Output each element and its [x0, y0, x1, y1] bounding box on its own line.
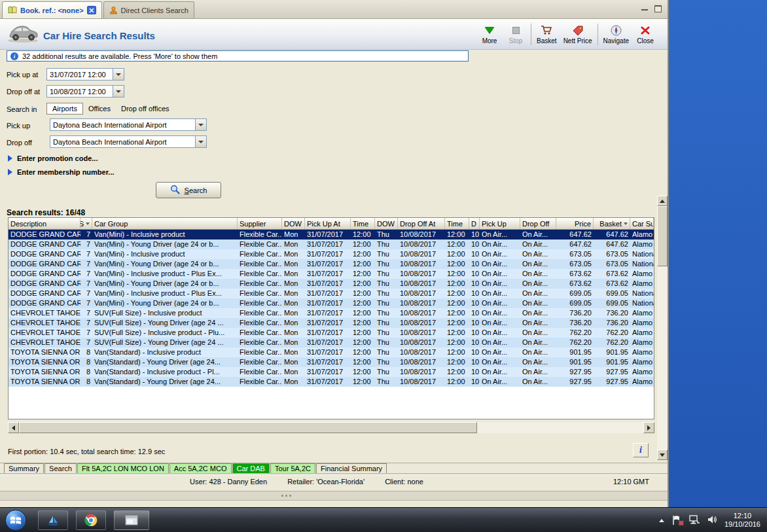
- result-cell: 7: [80, 308, 92, 318]
- nett-price-button[interactable]: Nett Price: [560, 20, 596, 49]
- result-cell: 12:00: [351, 249, 375, 259]
- column-label: Description: [10, 220, 46, 228]
- tab-offices[interactable]: Offices: [83, 103, 116, 114]
- result-cell: Flexible Car...: [238, 289, 282, 298]
- taskbar-clock[interactable]: 12:10 19/10/2016: [724, 512, 764, 529]
- network-icon[interactable]: [689, 515, 700, 526]
- restore-icon[interactable]: [653, 4, 662, 12]
- result-row[interactable]: DODGE GRAND CAR...7Van(Mini) - Young Dri…: [9, 298, 654, 308]
- column-header[interactable]: Description: [9, 218, 80, 229]
- result-row[interactable]: CHEVROLET TAHOE ...7SUV(Full Size) - Inc…: [9, 328, 654, 338]
- column-header[interactable]: D: [469, 218, 480, 229]
- column-header[interactable]: Drop Off: [520, 218, 556, 229]
- result-cell: 12:00: [351, 357, 375, 367]
- promotion-code-toggle[interactable]: Enter promotion code...: [8, 154, 98, 162]
- windows-logo-icon: [10, 515, 22, 525]
- result-cell: 736.20: [594, 308, 630, 318]
- result-cell: Flexible Car...: [238, 357, 282, 367]
- more-button[interactable]: More: [476, 20, 503, 49]
- table-horizontal-scrollbar[interactable]: [8, 422, 654, 433]
- scroll-right-icon[interactable]: [643, 422, 654, 433]
- column-header[interactable]: Supplier: [238, 218, 282, 229]
- column-header[interactable]: Car Su...: [630, 218, 654, 229]
- bottom-tab-flt-5a-2c-lon-mco-lon[interactable]: Flt 5A,2C LON MCO LON: [77, 463, 169, 474]
- scroll-left-icon[interactable]: [8, 422, 19, 433]
- taskbar-app-window[interactable]: [114, 510, 149, 530]
- tab-airports[interactable]: Airports: [46, 103, 83, 115]
- bottom-tab-acc-5a-2c-mco[interactable]: Acc 5A,2C MCO: [169, 463, 232, 474]
- taskbar-app-booking[interactable]: [38, 510, 68, 530]
- result-cell: 31/07/2017: [305, 357, 351, 367]
- tab-direct-clients-search[interactable]: Direct Clients Search: [103, 1, 194, 18]
- result-cell: Van(Standard) - Young Driver (age 24...: [92, 357, 238, 367]
- result-row[interactable]: TOYOTA SIENNA OR ...8Van(Standard) - You…: [9, 377, 654, 387]
- start-button[interactable]: [5, 510, 26, 531]
- taskbar-app-browser[interactable]: [76, 510, 106, 530]
- basket-button[interactable]: Basket: [533, 20, 560, 49]
- result-row[interactable]: DODGE GRAND CAR...7Van(Mini) - Inclusive…: [9, 289, 654, 298]
- stop-icon: [512, 25, 520, 36]
- info-button[interactable]: i: [633, 443, 649, 457]
- bottom-tab-tour-5a-2c[interactable]: Tour 5A,2C: [270, 463, 315, 474]
- chevron-down-icon[interactable]: [113, 69, 124, 80]
- column-header[interactable]: DOW: [282, 218, 305, 229]
- column-header[interactable]: Price: [556, 218, 594, 229]
- result-row[interactable]: TOYOTA SIENNA OR ...8Van(Standard) - Inc…: [9, 347, 654, 357]
- column-header[interactable]: Pick Up At: [305, 218, 351, 229]
- hidden-icons-arrow-icon[interactable]: [659, 519, 664, 522]
- chevron-down-icon[interactable]: [113, 86, 124, 97]
- column-header[interactable]: Time: [351, 218, 375, 229]
- tab-close-icon[interactable]: [87, 6, 96, 14]
- splitter-grip-icon[interactable]: [281, 495, 291, 497]
- membership-number-toggle[interactable]: Enter membership number...: [8, 168, 115, 176]
- chevron-down-icon[interactable]: [195, 119, 206, 130]
- dropoff-location-combo[interactable]: Daytona Beach International Airport: [50, 135, 207, 148]
- speaker-icon[interactable]: [707, 515, 717, 525]
- result-row[interactable]: CHEVROLET TAHOE ...7SUV(Full Size) - You…: [9, 338, 654, 347]
- pickup-at-combo[interactable]: 31/07/2017 12:00: [46, 68, 124, 80]
- tab-booking-ref[interactable]: Book. ref.: <none>: [2, 1, 102, 18]
- scroll-up-icon[interactable]: [657, 196, 668, 206]
- column-header[interactable]: Pick Up: [480, 218, 520, 229]
- column-header[interactable]: Time: [445, 218, 469, 229]
- result-cell: 927.95: [556, 367, 594, 377]
- vertical-scrollbar[interactable]: [657, 196, 668, 460]
- scroll-down-icon[interactable]: [657, 450, 668, 460]
- result-row[interactable]: CHEVROLET TAHOE ...7SUV(Full Size) - You…: [9, 318, 654, 328]
- app-window: Book. ref.: <none> Direct Clients Search: [0, 0, 669, 507]
- close-button[interactable]: Close: [632, 20, 658, 49]
- result-row[interactable]: DODGE GRAND CAR...7Van(Mini) - Inclusive…: [9, 230, 654, 239]
- chevron-down-icon[interactable]: [195, 136, 206, 147]
- result-row[interactable]: DODGE GRAND CAR...7Van(Mini) - Inclusive…: [9, 269, 654, 279]
- column-label: DOW: [377, 220, 395, 228]
- column-header[interactable]: Basket: [594, 218, 630, 229]
- result-cell: 10: [469, 318, 480, 328]
- bottom-tab-summary[interactable]: Summary: [4, 463, 44, 474]
- result-row[interactable]: DODGE GRAND CAR...7Van(Mini) - Inclusive…: [9, 249, 654, 259]
- column-header[interactable]: Drop Off At: [398, 218, 445, 229]
- tab-drop-off-offices[interactable]: Drop off offices: [116, 103, 175, 114]
- bottom-tab-financial-summary[interactable]: Financial Summary: [316, 463, 387, 474]
- result-row[interactable]: TOYOTA SIENNA OR ...8Van(Standard) - You…: [9, 357, 654, 367]
- scrollbar-thumb[interactable]: [657, 206, 668, 266]
- window-horizontal-scrollbar[interactable]: [0, 491, 668, 501]
- result-row[interactable]: DODGE GRAND CAR...7Van(Mini) - Young Dri…: [9, 239, 654, 249]
- scrollbar-thumb[interactable]: [19, 422, 477, 433]
- column-header[interactable]: Car Group: [92, 218, 238, 229]
- result-row[interactable]: DODGE GRAND CAR...7Van(Mini) - Young Dri…: [9, 279, 654, 289]
- dropoff-at-combo[interactable]: 10/08/2017 12:00: [46, 85, 124, 98]
- bottom-tab-search[interactable]: Search: [45, 463, 77, 474]
- pickup-location-combo[interactable]: Daytona Beach International Airport: [50, 118, 207, 131]
- result-row[interactable]: CHEVROLET TAHOE ...7SUV(Full Size) - Inc…: [9, 308, 654, 318]
- minimize-icon[interactable]: [640, 4, 649, 12]
- column-header[interactable]: S: [80, 218, 92, 229]
- column-label: Pick Up At: [307, 220, 340, 228]
- column-header[interactable]: DOW: [375, 218, 398, 229]
- search-button[interactable]: Search: [156, 182, 221, 198]
- action-center-flag-icon[interactable]: ✕: [671, 515, 682, 525]
- result-row[interactable]: DODGE GRAND CAR...7Van(Mini) - Young Dri…: [9, 259, 654, 269]
- navigate-button[interactable]: Navigate: [600, 20, 632, 49]
- result-row[interactable]: TOYOTA SIENNA OR ...8Van(Standard) - Inc…: [9, 367, 654, 377]
- bottom-tab-car-dab[interactable]: Car DAB: [232, 463, 270, 474]
- result-cell: Mon: [282, 367, 305, 377]
